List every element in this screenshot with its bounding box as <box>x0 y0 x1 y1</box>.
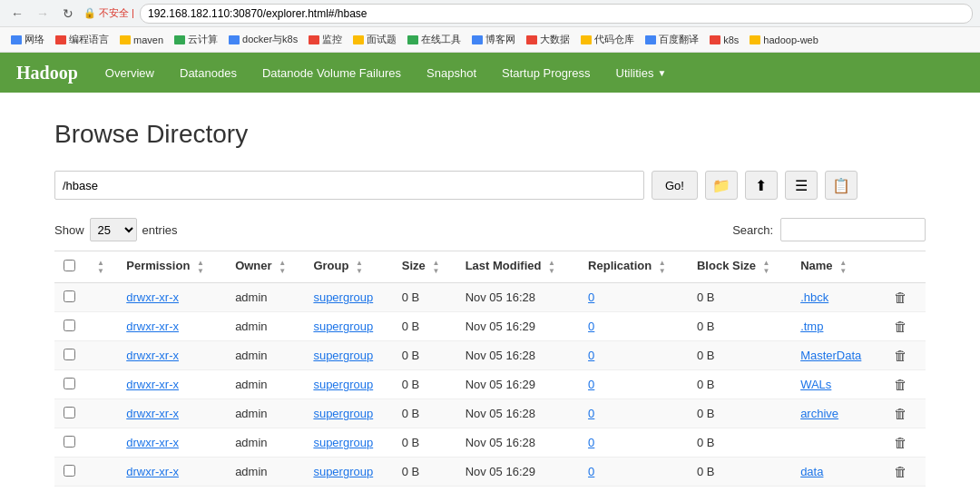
replication-link[interactable]: 0 <box>588 407 594 420</box>
nav-datanode-volume-failures[interactable]: Datanode Volume Failures <box>250 53 414 93</box>
th-permission[interactable]: Permission ▲▼ <box>117 251 226 283</box>
permission-link[interactable]: drwxr-xr-x <box>126 349 179 362</box>
nav-snapshot[interactable]: Snapshot <box>414 53 489 93</box>
group-link[interactable]: supergroup <box>313 407 373 420</box>
hadoop-navbar: Hadoop Overview Datanodes Datanode Volum… <box>0 53 980 93</box>
row-checkbox[interactable] <box>64 320 75 331</box>
row-block-size: 0 B <box>688 341 791 370</box>
row-block-size: 0 B <box>688 458 791 487</box>
th-replication[interactable]: Replication ▲▼ <box>579 251 688 283</box>
search-label: Search: <box>732 223 773 237</box>
group-link[interactable]: supergroup <box>313 349 373 362</box>
row-checkbox[interactable] <box>64 465 75 477</box>
replication-link[interactable]: 0 <box>588 465 594 478</box>
name-link[interactable]: .tmp <box>800 320 823 333</box>
name-link[interactable]: data <box>800 465 823 478</box>
back-button[interactable]: ← <box>7 4 27 24</box>
folder-icon-button[interactable]: 📁 <box>705 171 738 200</box>
delete-button[interactable]: 🗑 <box>890 464 911 479</box>
row-size: 0 B <box>393 458 456 487</box>
clipboard-icon-button[interactable]: 📋 <box>825 171 858 200</box>
row-group: supergroup <box>304 341 392 370</box>
bookmark-docker[interactable]: docker与k8s <box>225 31 301 48</box>
row-checkbox-cell <box>54 428 84 458</box>
row-checkbox[interactable] <box>64 290 75 302</box>
nav-overview[interactable]: Overview <box>93 53 167 93</box>
go-button[interactable]: Go! <box>652 171 698 200</box>
group-link[interactable]: supergroup <box>313 290 373 304</box>
nav-utilities[interactable]: Utilities ▼ <box>603 53 680 93</box>
name-link[interactable]: MasterData <box>800 349 861 362</box>
bookmark-云计算[interactable]: 云计算 <box>171 31 221 48</box>
select-all-checkbox[interactable] <box>64 260 75 271</box>
group-link[interactable]: supergroup <box>313 465 373 478</box>
permission-link[interactable]: drwxr-xr-x <box>126 320 179 333</box>
row-replication: 0 <box>579 283 688 312</box>
th-last-modified[interactable]: Last Modified ▲▼ <box>456 251 579 283</box>
group-link[interactable]: supergroup <box>313 436 373 449</box>
row-icon-cell <box>84 458 117 487</box>
row-checkbox[interactable] <box>64 407 75 418</box>
bookmark-编程语言[interactable]: 编程语言 <box>52 31 113 48</box>
bookmark-在线工具[interactable]: 在线工具 <box>404 31 465 48</box>
replication-link[interactable]: 0 <box>588 320 594 333</box>
list-icon-button[interactable]: ☰ <box>785 171 818 200</box>
row-last-modified: Nov 05 16:28 <box>456 399 579 428</box>
nav-datanodes[interactable]: Datanodes <box>167 53 250 93</box>
replication-link[interactable]: 0 <box>588 378 594 391</box>
table-row: drwxr-xr-x admin supergroup 0 B Nov 05 1… <box>54 370 926 399</box>
name-link[interactable]: .hbck <box>800 290 828 304</box>
entries-select[interactable]: 10 25 50 100 <box>90 218 137 241</box>
bookmark-maven[interactable]: maven <box>116 33 167 47</box>
delete-button[interactable]: 🗑 <box>890 348 911 363</box>
bookmark-hadoop-web[interactable]: hadoop-web <box>746 33 822 47</box>
folder-icon: 📁 <box>712 177 730 194</box>
bookmark-代码仓库[interactable]: 代码仓库 <box>577 31 638 48</box>
address-bar[interactable] <box>140 4 973 24</box>
row-checkbox[interactable] <box>64 378 75 389</box>
name-link[interactable]: WALs <box>800 378 831 391</box>
row-last-modified: Nov 05 16:29 <box>456 370 579 399</box>
delete-button[interactable]: 🗑 <box>890 406 911 421</box>
directory-input[interactable] <box>54 171 644 200</box>
bookmark-k8s[interactable]: k8s <box>706 33 742 47</box>
replication-link[interactable]: 0 <box>588 290 594 304</box>
bookmark-大数据[interactable]: 大数据 <box>523 31 573 48</box>
th-size[interactable]: Size ▲▼ <box>393 251 456 283</box>
delete-button[interactable]: 🗑 <box>890 290 911 305</box>
upload-icon-button[interactable]: ⬆ <box>745 171 778 200</box>
group-link[interactable]: supergroup <box>313 378 373 391</box>
group-link[interactable]: supergroup <box>313 320 373 333</box>
row-checkbox-cell <box>54 341 84 370</box>
th-block-size[interactable]: Block Size ▲▼ <box>688 251 791 283</box>
bookmark-百度翻译[interactable]: 百度翻译 <box>642 31 702 48</box>
reload-button[interactable]: ↻ <box>58 4 78 24</box>
th-name[interactable]: Name ▲▼ <box>791 251 881 283</box>
delete-button[interactable]: 🗑 <box>890 377 911 392</box>
delete-button[interactable]: 🗑 <box>890 319 911 334</box>
nav-startup-progress[interactable]: Startup Progress <box>489 53 603 93</box>
permission-link[interactable]: drwxr-xr-x <box>126 290 179 304</box>
th-owner[interactable]: Owner ▲▼ <box>226 251 304 283</box>
row-actions: 🗑 <box>881 370 926 399</box>
row-checkbox[interactable] <box>64 436 75 448</box>
search-input[interactable] <box>780 218 926 241</box>
row-group: supergroup <box>304 283 392 312</box>
delete-button[interactable]: 🗑 <box>890 435 911 450</box>
permission-link[interactable]: drwxr-xr-x <box>126 436 179 449</box>
permission-link[interactable]: drwxr-xr-x <box>126 407 179 420</box>
bookmark-网络[interactable]: 网络 <box>7 31 48 48</box>
replication-link[interactable]: 0 <box>588 436 594 449</box>
row-checkbox[interactable] <box>64 349 75 360</box>
forward-button[interactable]: → <box>33 4 53 24</box>
permission-link[interactable]: drwxr-xr-x <box>126 378 179 391</box>
bookmark-面试题[interactable]: 面试题 <box>349 31 400 48</box>
name-link[interactable]: archive <box>800 407 838 420</box>
replication-link[interactable]: 0 <box>588 349 594 362</box>
bookmark-监控[interactable]: 监控 <box>305 31 346 48</box>
th-group[interactable]: Group ▲▼ <box>304 251 392 283</box>
row-replication: 0 <box>579 399 688 428</box>
permission-link[interactable]: drwxr-xr-x <box>126 465 179 478</box>
bookmark-博客网[interactable]: 博客网 <box>468 31 519 48</box>
row-size: 0 B <box>393 283 456 312</box>
